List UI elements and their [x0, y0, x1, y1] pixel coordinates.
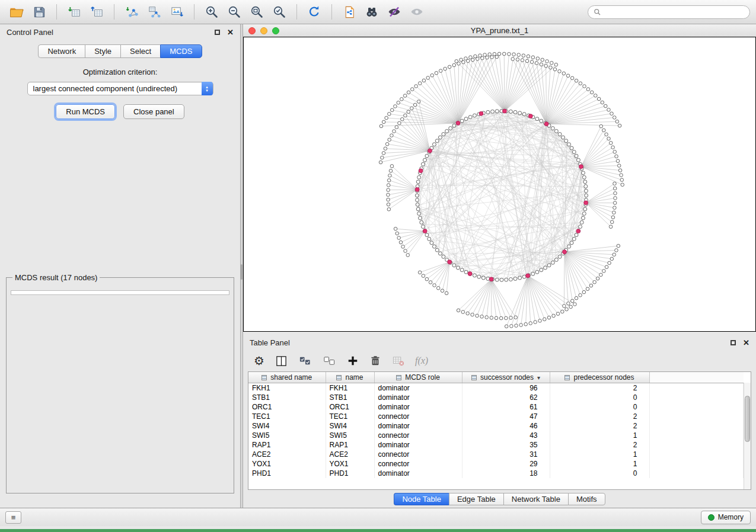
- close-window-button[interactable]: [248, 27, 256, 34]
- mcds-result-item[interactable]: PHD1: [14, 293, 226, 295]
- deselect-all-button[interactable]: [323, 352, 336, 369]
- column-header-shared-name[interactable]: shared name: [248, 372, 326, 383]
- optimization-criterion-label: Optimization criterion:: [0, 68, 240, 76]
- minimize-window-button[interactable]: [260, 27, 267, 34]
- column-grid-icon: [261, 375, 267, 380]
- mcds-result-list[interactable]: PHD1CAR1STP4TID3YOX1SWI4SRD1PMA2FKH1ACE2…: [11, 290, 229, 295]
- export-network-icon: [148, 5, 161, 19]
- memory-button[interactable]: Memory: [701, 511, 751, 524]
- panels-menu-button[interactable]: ≡: [5, 511, 21, 524]
- share-document-button[interactable]: [339, 2, 360, 21]
- right-column: YPA_prune.txt_1 Table Panel ✕ ⚙: [243, 24, 756, 508]
- table-row[interactable]: SWI4SWI4dominator462: [248, 421, 744, 431]
- export-table-button[interactable]: [86, 2, 107, 21]
- memory-label: Memory: [718, 513, 744, 521]
- hide-selected-button[interactable]: [384, 2, 405, 21]
- tab-node-table[interactable]: Node Table: [394, 493, 449, 505]
- table-row[interactable]: YOX1YOX1connector291: [248, 459, 744, 469]
- floppy-icon: [33, 5, 46, 19]
- save-session-button[interactable]: [28, 2, 50, 21]
- table-settings-button[interactable]: ⚙: [254, 352, 264, 369]
- window-controls: [248, 27, 279, 34]
- table-row[interactable]: RAP1RAP1dominator352: [248, 440, 744, 450]
- column-grid-icon: [336, 375, 342, 380]
- toolbar-separator: [56, 4, 57, 20]
- import-table-button[interactable]: [63, 2, 85, 21]
- delete-table-icon: [392, 355, 404, 367]
- zoom-out-button[interactable]: [224, 2, 245, 21]
- tab-edge-table[interactable]: Edge Table: [449, 493, 503, 505]
- export-image-icon: [170, 5, 184, 19]
- select-all-button[interactable]: [298, 352, 312, 369]
- delete-column-button[interactable]: [369, 352, 381, 369]
- zoom-fit-button[interactable]: [246, 2, 267, 21]
- column-header-MCDS-role[interactable]: MCDS role: [374, 372, 462, 383]
- node-table-head-row: shared namenameMCDS rolesuccessor nodes▾…: [248, 372, 744, 383]
- zoom-selected-button[interactable]: [269, 2, 290, 21]
- gear-icon: ⚙: [254, 355, 264, 367]
- table-row[interactable]: TEC1TEC1connector472: [248, 412, 744, 421]
- table-panel-close-icon[interactable]: ✕: [743, 339, 749, 347]
- column-header-name[interactable]: name: [326, 372, 374, 383]
- table-row[interactable]: STB1STB1dominator620: [248, 393, 744, 402]
- main-content: Control Panel ✕ Network Style Select MCD…: [0, 24, 756, 508]
- sort-indicator-icon[interactable]: ▾: [537, 374, 540, 381]
- export-network-button[interactable]: [143, 2, 165, 21]
- add-column-button[interactable]: [347, 352, 359, 369]
- open-session-button[interactable]: [6, 2, 27, 21]
- maximize-window-button[interactable]: [272, 27, 279, 34]
- panel-splitter[interactable]: [240, 24, 243, 508]
- import-network-icon: [125, 5, 139, 19]
- zoom-in-button[interactable]: [201, 2, 222, 21]
- tab-motifs[interactable]: Motifs: [568, 493, 605, 505]
- close-panel-button[interactable]: Close panel: [123, 104, 184, 119]
- network-canvas[interactable]: [243, 37, 756, 332]
- export-image-button[interactable]: [166, 2, 187, 21]
- toolbar-separator: [194, 4, 194, 20]
- tab-select[interactable]: Select: [120, 44, 160, 58]
- tab-mcds[interactable]: MCDS: [160, 44, 202, 58]
- run-mcds-button[interactable]: Run MCDS: [56, 104, 115, 119]
- menu-icon: ≡: [11, 514, 16, 521]
- refresh-button[interactable]: [304, 2, 325, 21]
- table-row[interactable]: ACE2ACE2connector311: [248, 450, 744, 459]
- splitter-grip[interactable]: [241, 264, 243, 280]
- function-builder-button[interactable]: f(x): [415, 352, 428, 369]
- show-all-button[interactable]: [406, 2, 428, 21]
- network-ring-nodes: [415, 110, 588, 282]
- show-columns-button[interactable]: [275, 352, 288, 369]
- control-panel-close-icon[interactable]: ✕: [227, 28, 234, 36]
- column-grid-icon: [564, 375, 570, 380]
- zoom-selected-icon: [272, 5, 286, 19]
- criterion-select[interactable]: largest connected component (undirected)…: [27, 82, 213, 95]
- search-input[interactable]: [605, 7, 744, 17]
- column-header-successor-nodes[interactable]: successor nodes▾: [462, 372, 550, 383]
- column-header-predecessor-nodes[interactable]: predecessor nodes: [550, 372, 649, 383]
- plus-icon: [347, 355, 359, 367]
- delete-table-button[interactable]: [392, 352, 404, 369]
- import-network-button[interactable]: [121, 2, 142, 21]
- node-table-body: FKH1FKH1dominator962STB1STB1dominator620…: [248, 383, 744, 478]
- application-window: Control Panel ✕ Network Style Select MCD…: [0, 0, 756, 529]
- table-panel-float-icon[interactable]: [731, 340, 736, 345]
- table-row[interactable]: PHD1PHD1dominator180: [248, 469, 744, 478]
- tab-network[interactable]: Network: [38, 44, 85, 58]
- table-row[interactable]: SWI5SWI5connector431: [248, 431, 744, 440]
- control-panel: Control Panel ✕ Network Style Select MCD…: [0, 24, 240, 508]
- scrollbar-thumb[interactable]: [745, 396, 750, 442]
- table-row[interactable]: ORC1ORC1dominator610: [248, 402, 744, 412]
- toolbar-separator: [331, 4, 332, 20]
- criterion-selected-value: largest connected component (undirected): [33, 84, 199, 93]
- table-panel-tabs: Node Table Edge Table Network Table Moti…: [243, 490, 756, 508]
- table-scrollbar[interactable]: [744, 383, 751, 489]
- tab-style[interactable]: Style: [85, 44, 120, 58]
- table-panel: Table Panel ✕ ⚙: [243, 335, 756, 508]
- deselect-all-icon: [323, 355, 336, 367]
- mcds-result-group: MCDS result (17 nodes) PHD1CAR1STP4TID3Y…: [6, 273, 234, 493]
- search-icon: [594, 8, 601, 16]
- tab-network-table[interactable]: Network Table: [503, 493, 568, 505]
- search-field[interactable]: [588, 5, 750, 19]
- table-row[interactable]: FKH1FKH1dominator962: [248, 383, 744, 393]
- control-panel-float-icon[interactable]: [215, 30, 220, 35]
- find-button[interactable]: [361, 2, 382, 21]
